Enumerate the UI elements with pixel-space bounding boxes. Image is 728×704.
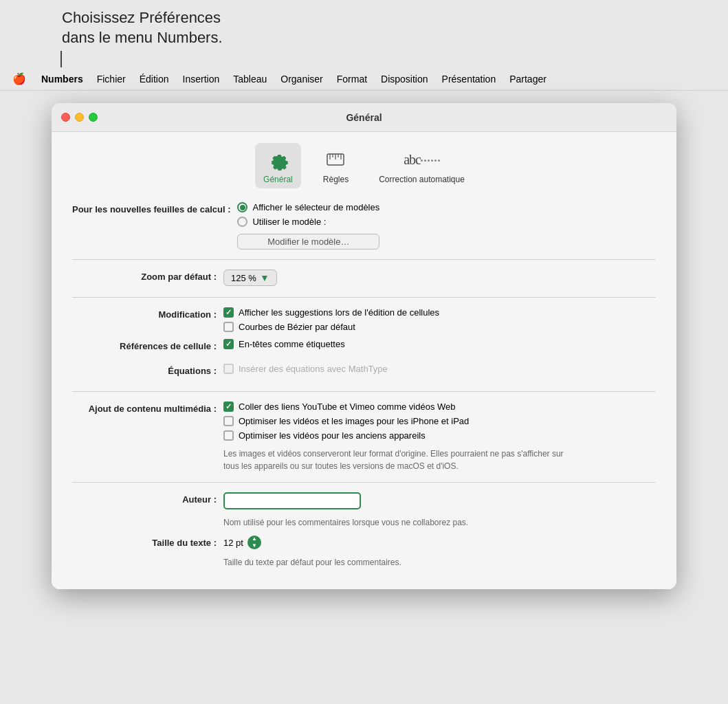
tab-general[interactable]: Général [255,143,301,188]
divider-1 [72,259,656,260]
tab-correction[interactable]: abc Correction automatique [371,143,473,188]
menubar-fichier[interactable]: Fichier [90,71,133,87]
zoom-chevron-icon: ▼ [260,272,269,283]
zoom-row: Zoom par défaut : 125 % ▼ [72,270,656,287]
radio-use-model[interactable] [237,217,247,227]
new-sheets-label: Pour les nouvelles feuilles de calcul : [72,202,237,214]
zoom-dropdown[interactable]: 125 % ▼ [223,270,277,286]
checkbox-suggestions[interactable] [223,307,234,318]
menubar-partager[interactable]: Partager [503,71,553,87]
media-info: Les images et vidéos conserveront leur f… [223,448,581,472]
equations-controls: Insérer des équations avec MathType [223,364,388,374]
new-sheets-controls: Afficher le sélecteur de modèles Utilise… [237,202,379,250]
checkbox-optimize-ios[interactable] [223,416,234,426]
divider-4 [72,482,656,483]
menubar: 🍎 Numbers Fichier Édition Insertion Tabl… [0,67,728,91]
checkbox-mathtype[interactable] [223,364,234,374]
menubar-organiser[interactable]: Organiser [274,71,329,87]
cell-refs-controls: En-têtes comme étiquettes [223,339,345,349]
menubar-insertion[interactable]: Insertion [176,71,227,87]
text-size-row: Taille du texte : 12 pt ▲ ▼ Taille du te… [72,536,656,569]
annotation-text: Choisissez Préférences dans le menu Numb… [62,8,223,47]
divider-3 [72,391,656,392]
equations-row: Équations : Insérer des équations avec M… [72,364,656,382]
tab-regles-label: Règles [323,175,349,184]
option-optimize-old[interactable]: Optimiser les vidéos pour les anciens ap… [223,430,581,441]
preferences-content: Pour les nouvelles feuilles de calcul : … [52,195,676,589]
modification-controls: Afficher les suggestions lors de l'éditi… [223,307,439,332]
option-optimize-ios[interactable]: Optimiser les vidéos et les images pour … [223,416,581,426]
cell-refs-label: Références de cellule : [72,339,223,351]
menubar-edition[interactable]: Édition [133,71,176,87]
option-suggestions[interactable]: Afficher les suggestions lors de l'éditi… [223,307,439,318]
media-controls: Coller des liens YouTube et Vimeo comme … [223,402,581,472]
option-mathtype[interactable]: Insérer des équations avec MathType [223,364,388,374]
ruler-icon [323,147,348,172]
window-title: Général [346,112,382,123]
option-headers[interactable]: En-têtes comme étiquettes [223,339,345,349]
option-youtube[interactable]: Coller des liens YouTube et Vimeo comme … [223,402,581,412]
titlebar: Général [52,103,676,132]
apple-menu[interactable]: 🍎 [7,69,32,88]
tab-general-label: Général [263,175,293,184]
menubar-format[interactable]: Format [330,71,374,87]
divider-2 [72,297,656,298]
media-row: Ajout de contenu multimédia : Coller des… [72,402,656,472]
author-input[interactable] [223,492,361,509]
gear-icon [265,147,290,172]
text-size-stepper[interactable]: ▲ ▼ [247,536,261,549]
menubar-presentation[interactable]: Présentation [435,71,503,87]
menubar-numbers[interactable]: Numbers [34,71,90,87]
menubar-disposition[interactable]: Disposition [374,71,434,87]
option-show-selector[interactable]: Afficher le sélecteur de modèles [237,202,379,212]
author-info: Nom utilisé pour les commentaires lorsqu… [223,516,468,529]
checkbox-optimize-old[interactable] [223,430,234,441]
text-size-label: Taille du texte : [72,536,223,548]
option-bezier[interactable]: Courbes de Bézier par défaut [223,322,439,332]
text-size-controls: 12 pt ▲ ▼ Taille du texte par défaut pou… [223,536,401,569]
modification-row: Modification : Afficher les suggestions … [72,307,656,332]
abc-icon: abc [410,147,434,172]
text-size-info: Taille du texte par défaut pour les comm… [223,556,401,569]
zoom-button[interactable] [89,113,98,122]
option-use-model[interactable]: Utiliser le modèle : [237,217,379,227]
author-row: Auteur : Nom utilisé pour les commentair… [72,492,656,529]
author-controls: Nom utilisé pour les commentaires lorsqu… [223,492,468,529]
new-sheets-row: Pour les nouvelles feuilles de calcul : … [72,202,656,250]
media-label: Ajout de contenu multimédia : [72,402,223,414]
toolbar-tabs: Général Règles abc [52,132,676,195]
minimize-button[interactable] [75,113,84,122]
cell-refs-row: Références de cellule : En-têtes comme é… [72,339,656,357]
preferences-window: Général Général [52,103,676,589]
tab-correction-label: Correction automatique [379,175,465,184]
checkbox-headers[interactable] [223,339,234,349]
zoom-controls: 125 % ▼ [223,270,277,286]
modify-model-button[interactable]: Modifier le modèle… [237,234,379,250]
traffic-lights [61,113,98,122]
menubar-tableau[interactable]: Tableau [226,71,274,87]
tab-regles[interactable]: Règles [315,143,357,188]
modification-label: Modification : [72,307,223,320]
radio-show-selector[interactable] [237,202,247,212]
checkbox-youtube[interactable] [223,402,234,412]
close-button[interactable] [61,113,70,122]
zoom-value-button[interactable]: 125 % ▼ [223,270,277,286]
text-size-stepper-row: 12 pt ▲ ▼ [223,536,401,549]
equations-label: Équations : [72,364,223,376]
author-label: Auteur : [72,492,223,505]
checkbox-bezier[interactable] [223,322,234,332]
zoom-label: Zoom par défaut : [72,270,223,282]
